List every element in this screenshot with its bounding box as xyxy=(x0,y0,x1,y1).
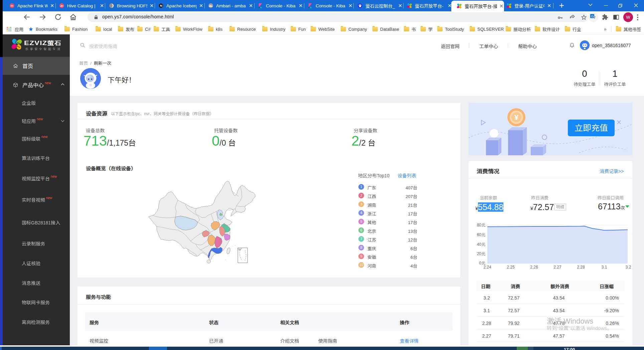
svg-text:3.2: 3.2 xyxy=(626,265,631,270)
svg-text:20元: 20元 xyxy=(477,251,485,256)
svg-text:2.25: 2.25 xyxy=(507,265,515,270)
svg-text:2.28: 2.28 xyxy=(577,265,585,270)
svg-text:G: G xyxy=(591,14,593,18)
svg-text:40元: 40元 xyxy=(477,242,485,247)
svg-text:3.1: 3.1 xyxy=(602,265,607,270)
svg-text:2.24: 2.24 xyxy=(483,265,491,270)
svg-text:60元: 60元 xyxy=(477,232,485,237)
svg-text:80元: 80元 xyxy=(477,223,485,227)
svg-text:2.27: 2.27 xyxy=(553,265,561,270)
svg-text:立即充值: 立即充值 xyxy=(575,123,608,133)
svg-text:¥: ¥ xyxy=(514,113,519,122)
svg-text:2.26: 2.26 xyxy=(530,265,538,270)
